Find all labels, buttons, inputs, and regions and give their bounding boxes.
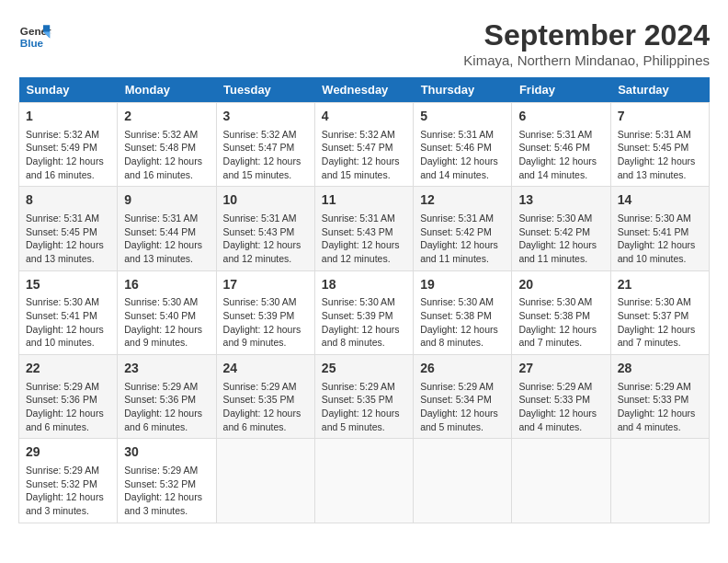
calendar-week-row: 29Sunrise: 5:29 AM Sunset: 5:32 PM Dayli…	[19, 439, 710, 523]
day-detail: Sunrise: 5:30 AM Sunset: 5:38 PM Dayligh…	[420, 295, 505, 350]
day-detail: Sunrise: 5:31 AM Sunset: 5:42 PM Dayligh…	[420, 212, 505, 266]
calendar-day-cell: 9Sunrise: 5:31 AM Sunset: 5:44 PM Daylig…	[118, 187, 216, 270]
day-number: 15	[26, 276, 110, 294]
calendar-day-cell: 7Sunrise: 5:31 AM Sunset: 5:45 PM Daylig…	[610, 103, 709, 187]
day-detail: Sunrise: 5:31 AM Sunset: 5:45 PM Dayligh…	[26, 212, 110, 266]
calendar-day-cell: 5Sunrise: 5:31 AM Sunset: 5:46 PM Daylig…	[414, 103, 512, 187]
calendar-day-cell: 16Sunrise: 5:30 AM Sunset: 5:40 PM Dayli…	[118, 270, 216, 354]
day-detail: Sunrise: 5:30 AM Sunset: 5:39 PM Dayligh…	[223, 295, 308, 350]
day-detail: Sunrise: 5:32 AM Sunset: 5:47 PM Dayligh…	[223, 128, 308, 182]
calendar-day-cell: 23Sunrise: 5:29 AM Sunset: 5:36 PM Dayli…	[118, 355, 216, 439]
day-detail: Sunrise: 5:30 AM Sunset: 5:41 PM Dayligh…	[618, 212, 702, 266]
day-detail: Sunrise: 5:31 AM Sunset: 5:44 PM Dayligh…	[124, 212, 209, 266]
calendar-day-cell	[414, 439, 512, 523]
day-detail: Sunrise: 5:29 AM Sunset: 5:33 PM Dayligh…	[518, 380, 603, 434]
day-number: 7	[618, 108, 702, 126]
day-detail: Sunrise: 5:31 AM Sunset: 5:46 PM Dayligh…	[420, 128, 505, 182]
location-title: Kimaya, Northern Mindanao, Philippines	[463, 52, 710, 68]
day-number: 12	[420, 191, 505, 210]
col-friday: Friday	[512, 77, 610, 103]
day-number: 2	[124, 108, 209, 126]
day-number: 25	[322, 360, 406, 378]
calendar-week-row: 8Sunrise: 5:31 AM Sunset: 5:45 PM Daylig…	[19, 187, 710, 270]
calendar-day-cell: 17Sunrise: 5:30 AM Sunset: 5:39 PM Dayli…	[216, 270, 314, 354]
day-detail: Sunrise: 5:32 AM Sunset: 5:47 PM Dayligh…	[322, 128, 406, 182]
day-number: 16	[124, 276, 209, 294]
day-detail: Sunrise: 5:31 AM Sunset: 5:43 PM Dayligh…	[223, 212, 308, 266]
day-detail: Sunrise: 5:29 AM Sunset: 5:35 PM Dayligh…	[223, 380, 308, 434]
calendar-header-row: Sunday Monday Tuesday Wednesday Thursday…	[19, 77, 710, 103]
day-number: 17	[223, 276, 308, 294]
day-detail: Sunrise: 5:31 AM Sunset: 5:45 PM Dayligh…	[618, 128, 702, 182]
calendar-day-cell: 18Sunrise: 5:30 AM Sunset: 5:39 PM Dayli…	[314, 270, 413, 354]
calendar-day-cell: 25Sunrise: 5:29 AM Sunset: 5:35 PM Dayli…	[314, 355, 413, 439]
day-number: 4	[322, 108, 406, 126]
day-number: 21	[618, 276, 702, 294]
calendar-day-cell: 21Sunrise: 5:30 AM Sunset: 5:37 PM Dayli…	[610, 270, 709, 354]
calendar-day-cell	[314, 439, 413, 523]
calendar-day-cell: 24Sunrise: 5:29 AM Sunset: 5:35 PM Dayli…	[216, 355, 314, 439]
col-thursday: Thursday	[414, 77, 512, 103]
day-number: 18	[322, 276, 406, 294]
day-number: 26	[420, 360, 505, 378]
title-area: September 2024 Kimaya, Northern Mindanao…	[463, 18, 710, 68]
day-detail: Sunrise: 5:29 AM Sunset: 5:36 PM Dayligh…	[124, 380, 209, 434]
calendar-day-cell: 14Sunrise: 5:30 AM Sunset: 5:41 PM Dayli…	[610, 187, 709, 270]
calendar-day-cell: 12Sunrise: 5:31 AM Sunset: 5:42 PM Dayli…	[414, 187, 512, 270]
day-number: 20	[518, 276, 603, 294]
day-detail: Sunrise: 5:30 AM Sunset: 5:39 PM Dayligh…	[322, 295, 406, 350]
day-number: 8	[26, 191, 110, 210]
calendar-day-cell: 26Sunrise: 5:29 AM Sunset: 5:34 PM Dayli…	[414, 355, 512, 439]
calendar-day-cell: 10Sunrise: 5:31 AM Sunset: 5:43 PM Dayli…	[216, 187, 314, 270]
calendar-day-cell: 13Sunrise: 5:30 AM Sunset: 5:42 PM Dayli…	[512, 187, 610, 270]
calendar-day-cell: 6Sunrise: 5:31 AM Sunset: 5:46 PM Daylig…	[512, 103, 610, 187]
day-detail: Sunrise: 5:31 AM Sunset: 5:46 PM Dayligh…	[518, 128, 603, 182]
calendar-table: Sunday Monday Tuesday Wednesday Thursday…	[18, 77, 710, 523]
day-detail: Sunrise: 5:29 AM Sunset: 5:35 PM Dayligh…	[322, 380, 406, 434]
day-number: 23	[124, 360, 209, 378]
day-detail: Sunrise: 5:29 AM Sunset: 5:32 PM Dayligh…	[26, 464, 110, 518]
day-number: 3	[223, 108, 308, 126]
day-number: 5	[420, 108, 505, 126]
day-detail: Sunrise: 5:29 AM Sunset: 5:36 PM Dayligh…	[26, 380, 110, 434]
day-number: 9	[124, 191, 209, 210]
calendar-week-row: 22Sunrise: 5:29 AM Sunset: 5:36 PM Dayli…	[19, 355, 710, 439]
calendar-day-cell	[610, 439, 709, 523]
logo: General Blue	[18, 18, 51, 52]
calendar-day-cell	[512, 439, 610, 523]
day-number: 28	[618, 360, 702, 378]
day-number: 13	[518, 191, 603, 210]
day-detail: Sunrise: 5:29 AM Sunset: 5:32 PM Dayligh…	[124, 464, 209, 518]
page-header: General Blue September 2024 Kimaya, Nort…	[18, 18, 710, 68]
calendar-day-cell: 28Sunrise: 5:29 AM Sunset: 5:33 PM Dayli…	[610, 355, 709, 439]
day-number: 6	[518, 108, 603, 126]
day-detail: Sunrise: 5:30 AM Sunset: 5:41 PM Dayligh…	[26, 295, 110, 350]
calendar-day-cell: 8Sunrise: 5:31 AM Sunset: 5:45 PM Daylig…	[19, 187, 118, 270]
day-number: 14	[618, 191, 702, 210]
day-number: 24	[223, 360, 308, 378]
calendar-day-cell: 2Sunrise: 5:32 AM Sunset: 5:48 PM Daylig…	[118, 103, 216, 187]
col-tuesday: Tuesday	[216, 77, 314, 103]
col-wednesday: Wednesday	[314, 77, 413, 103]
day-detail: Sunrise: 5:30 AM Sunset: 5:38 PM Dayligh…	[518, 295, 603, 350]
col-saturday: Saturday	[610, 77, 709, 103]
calendar-day-cell: 29Sunrise: 5:29 AM Sunset: 5:32 PM Dayli…	[19, 439, 118, 523]
calendar-day-cell: 27Sunrise: 5:29 AM Sunset: 5:33 PM Dayli…	[512, 355, 610, 439]
day-detail: Sunrise: 5:30 AM Sunset: 5:42 PM Dayligh…	[518, 212, 603, 266]
calendar-week-row: 15Sunrise: 5:30 AM Sunset: 5:41 PM Dayli…	[19, 270, 710, 354]
day-detail: Sunrise: 5:30 AM Sunset: 5:37 PM Dayligh…	[618, 295, 702, 350]
col-monday: Monday	[118, 77, 216, 103]
calendar-day-cell: 15Sunrise: 5:30 AM Sunset: 5:41 PM Dayli…	[19, 270, 118, 354]
month-title: September 2024	[463, 18, 710, 52]
logo-icon: General Blue	[18, 18, 51, 52]
day-detail: Sunrise: 5:29 AM Sunset: 5:33 PM Dayligh…	[618, 380, 702, 434]
calendar-day-cell: 22Sunrise: 5:29 AM Sunset: 5:36 PM Dayli…	[19, 355, 118, 439]
calendar-day-cell: 4Sunrise: 5:32 AM Sunset: 5:47 PM Daylig…	[314, 103, 413, 187]
calendar-day-cell: 11Sunrise: 5:31 AM Sunset: 5:43 PM Dayli…	[314, 187, 413, 270]
col-sunday: Sunday	[19, 77, 118, 103]
calendar-day-cell: 1Sunrise: 5:32 AM Sunset: 5:49 PM Daylig…	[19, 103, 118, 187]
day-number: 29	[26, 443, 110, 462]
day-detail: Sunrise: 5:31 AM Sunset: 5:43 PM Dayligh…	[322, 212, 406, 266]
calendar-day-cell: 19Sunrise: 5:30 AM Sunset: 5:38 PM Dayli…	[414, 270, 512, 354]
day-number: 1	[26, 108, 110, 126]
